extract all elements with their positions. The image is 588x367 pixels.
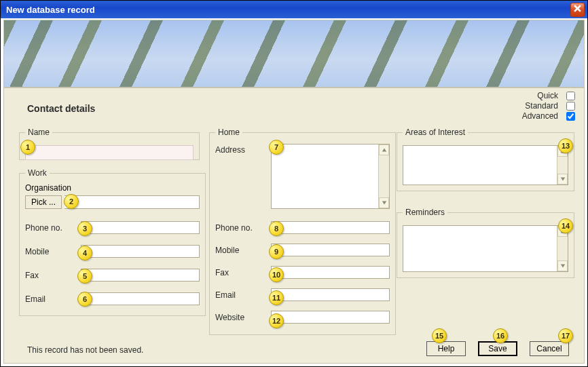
- reminders-listbox[interactable]: [403, 225, 568, 272]
- form-area: Contact details Quick Standard Advanced …: [3, 88, 585, 364]
- work-fax-label: Fax: [25, 271, 81, 280]
- areas-legend: Areas of Interest: [403, 128, 468, 137]
- scroll-up-icon[interactable]: [379, 144, 389, 155]
- work-fieldset: Work Organisation Pick ... Phone no. Mob…: [19, 168, 206, 316]
- help-button[interactable]: Help: [426, 341, 466, 356]
- work-email-label: Email: [25, 294, 81, 304]
- scroll-down-icon[interactable]: [557, 260, 568, 271]
- home-fax-input[interactable]: [271, 266, 390, 279]
- home-website-label: Website: [215, 313, 271, 322]
- home-phone-input[interactable]: [271, 221, 390, 234]
- scroll-down-icon[interactable]: [379, 197, 389, 208]
- name-input[interactable]: [25, 145, 194, 160]
- areas-fieldset: Areas of Interest: [397, 128, 574, 191]
- work-mobile-label: Mobile: [25, 247, 81, 256]
- help-marker-10: 10: [269, 267, 284, 282]
- help-marker-13: 13: [558, 138, 573, 153]
- action-buttons: Help Save Cancel: [426, 341, 569, 356]
- help-marker-4: 4: [77, 246, 92, 260]
- help-marker-5: 5: [77, 269, 92, 284]
- help-marker-16: 16: [493, 328, 508, 343]
- work-legend: Work: [25, 168, 50, 178]
- work-email-input[interactable]: [81, 292, 200, 305]
- header-banner: [3, 20, 585, 88]
- home-mobile-label: Mobile: [215, 246, 271, 255]
- standard-checkbox[interactable]: [566, 102, 575, 111]
- home-email-input[interactable]: [271, 288, 390, 301]
- help-marker-1: 1: [20, 140, 35, 155]
- help-marker-9: 9: [269, 244, 284, 259]
- help-marker-6: 6: [77, 292, 92, 307]
- quick-label: Quick: [517, 91, 558, 101]
- work-phone-label: Phone no.: [25, 223, 81, 233]
- home-address-label: Address: [215, 144, 271, 209]
- home-mobile-input[interactable]: [271, 244, 390, 256]
- view-mode-group: Quick Standard Advanced: [517, 91, 577, 121]
- status-text: This record has not been saved.: [27, 345, 143, 355]
- home-fieldset: Home Address Phone no. Mobile Fax Email: [209, 128, 396, 335]
- standard-label: Standard: [517, 101, 558, 111]
- home-phone-label: Phone no.: [215, 223, 271, 233]
- scroll-down-icon[interactable]: [557, 174, 568, 185]
- home-legend: Home: [215, 128, 242, 137]
- page-title: Contact details: [27, 103, 95, 114]
- help-marker-8: 8: [269, 221, 284, 236]
- organisation-label: Organisation: [25, 183, 200, 193]
- advanced-checkbox[interactable]: [566, 112, 575, 121]
- help-marker-3: 3: [77, 221, 92, 236]
- reminders-fieldset: Reminders: [397, 208, 574, 278]
- help-marker-14: 14: [558, 218, 573, 233]
- name-fieldset: Name: [19, 128, 200, 160]
- work-phone-input[interactable]: [81, 221, 200, 234]
- help-marker-17: 17: [558, 328, 573, 343]
- home-fax-label: Fax: [215, 268, 271, 277]
- save-button[interactable]: Save: [478, 341, 517, 356]
- close-icon: [574, 5, 581, 14]
- help-marker-11: 11: [269, 290, 284, 305]
- organisation-pick-button[interactable]: Pick ...: [25, 195, 62, 209]
- work-fax-input[interactable]: [81, 269, 200, 282]
- home-email-label: Email: [215, 290, 271, 300]
- title-bar: New database record: [1, 1, 587, 18]
- areas-listbox[interactable]: [403, 145, 568, 185]
- help-marker-7: 7: [269, 140, 284, 155]
- help-marker-15: 15: [432, 328, 447, 343]
- advanced-label: Advanced: [517, 111, 558, 121]
- close-button[interactable]: [570, 3, 585, 17]
- home-website-input[interactable]: [271, 311, 390, 324]
- home-address-input[interactable]: [271, 144, 390, 209]
- organisation-input[interactable]: [65, 195, 200, 209]
- work-mobile-input[interactable]: [81, 245, 200, 258]
- name-legend: Name: [25, 128, 52, 137]
- reminders-legend: Reminders: [403, 208, 447, 217]
- cancel-button[interactable]: Cancel: [530, 341, 569, 356]
- help-marker-12: 12: [269, 313, 284, 328]
- help-marker-2: 2: [64, 194, 79, 209]
- window-title: New database record: [6, 5, 95, 15]
- address-scrollbar[interactable]: [378, 144, 389, 208]
- quick-checkbox[interactable]: [566, 92, 575, 100]
